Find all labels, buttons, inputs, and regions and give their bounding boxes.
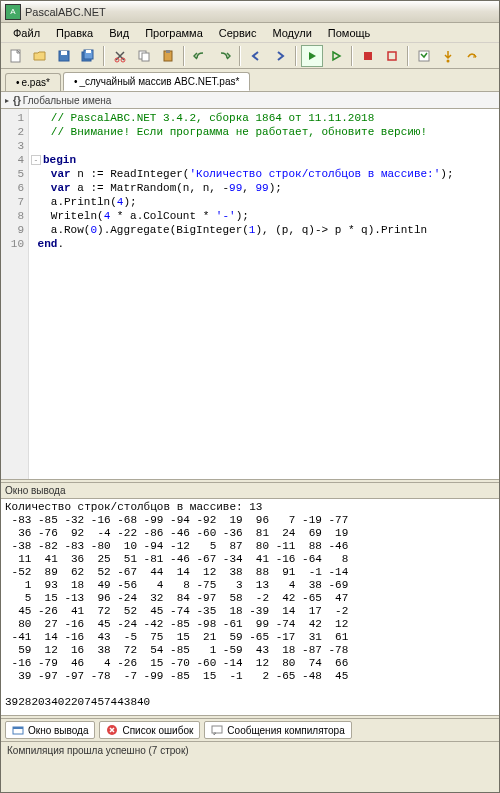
editor-tab[interactable]: •_случайный массив ABC.NET.pas*: [63, 72, 250, 91]
svg-rect-9: [142, 53, 149, 61]
status-bar: Компиляция прошла успешно (7 строк): [1, 741, 499, 759]
msg-icon: [211, 724, 223, 736]
menu-item-модули[interactable]: Модули: [264, 25, 319, 41]
separator: [183, 46, 185, 66]
svg-rect-13: [388, 52, 396, 60]
back-button[interactable]: [245, 45, 267, 67]
menu-item-файл[interactable]: Файл: [5, 25, 48, 41]
stop-button[interactable]: [357, 45, 379, 67]
bottom-tab-error[interactable]: Список ошибок: [99, 721, 200, 739]
save-all-button[interactable]: [77, 45, 99, 67]
menu-item-правка[interactable]: Правка: [48, 25, 101, 41]
new-file-button[interactable]: [5, 45, 27, 67]
editor-tabs: •e.pas*•_случайный массив ABC.NET.pas*: [1, 69, 499, 91]
separator: [351, 46, 353, 66]
toolbar: [1, 43, 499, 69]
window-title: PascalABC.NET: [25, 6, 106, 18]
bottom-tab-label: Список ошибок: [122, 725, 193, 736]
output-panel[interactable]: Количество строк/столбцов в массиве: 13 …: [1, 499, 499, 715]
code-area[interactable]: // PascalABC.NET 3.4.2, сборка 1864 от 1…: [29, 109, 499, 479]
save-button[interactable]: [53, 45, 75, 67]
forward-button[interactable]: [269, 45, 291, 67]
copy-button[interactable]: [133, 45, 155, 67]
nav-label: Глобальные имена: [23, 95, 112, 106]
separator: [295, 46, 297, 66]
undo-button[interactable]: [189, 45, 211, 67]
app-icon: A: [5, 4, 21, 20]
menu-item-вид[interactable]: Вид: [101, 25, 137, 41]
svg-rect-5: [86, 50, 91, 53]
svg-rect-11: [166, 50, 170, 53]
menu-item-помощь[interactable]: Помощь: [320, 25, 379, 41]
output-icon: [12, 724, 24, 736]
menu-item-программа[interactable]: Программа: [137, 25, 211, 41]
svg-rect-2: [61, 51, 67, 55]
menu-item-сервис[interactable]: Сервис: [211, 25, 265, 41]
terminate-button[interactable]: [381, 45, 403, 67]
bottom-tabs: Окно выводаСписок ошибокСообщения компил…: [1, 719, 499, 741]
separator: [407, 46, 409, 66]
error-icon: [106, 724, 118, 736]
compile-button[interactable]: [413, 45, 435, 67]
bottom-tab-label: Сообщения компилятора: [227, 725, 344, 736]
navigation-bar[interactable]: ▸ {} Глобальные имена: [1, 91, 499, 109]
status-text: Компиляция прошла успешно (7 строк): [7, 745, 189, 756]
step-into-button[interactable]: [437, 45, 459, 67]
title-bar: A PascalABC.NET: [1, 1, 499, 23]
bottom-tab-label: Окно вывода: [28, 725, 88, 736]
dropdown-icon: ▸: [5, 96, 9, 105]
separator: [239, 46, 241, 66]
run-no-debug-button[interactable]: [325, 45, 347, 67]
bottom-tab-msg[interactable]: Сообщения компилятора: [204, 721, 351, 739]
run-button[interactable]: [301, 45, 323, 67]
open-file-button[interactable]: [29, 45, 51, 67]
line-gutter: 12345678910: [1, 109, 29, 479]
fold-toggle[interactable]: -: [31, 155, 41, 165]
svg-rect-17: [13, 727, 23, 729]
svg-rect-12: [364, 52, 372, 60]
separator: [103, 46, 105, 66]
cut-button[interactable]: [109, 45, 131, 67]
svg-rect-19: [212, 726, 222, 733]
redo-button[interactable]: [213, 45, 235, 67]
step-over-button[interactable]: [461, 45, 483, 67]
output-panel-title: Окно вывода: [1, 483, 499, 499]
svg-point-15: [447, 59, 450, 62]
menu-bar: ФайлПравкаВидПрограммаСервисМодулиПомощь: [1, 23, 499, 43]
paste-button[interactable]: [157, 45, 179, 67]
code-editor[interactable]: 12345678910 // PascalABC.NET 3.4.2, сбор…: [1, 109, 499, 479]
editor-tab[interactable]: •e.pas*: [5, 73, 61, 91]
bottom-tab-output[interactable]: Окно вывода: [5, 721, 95, 739]
